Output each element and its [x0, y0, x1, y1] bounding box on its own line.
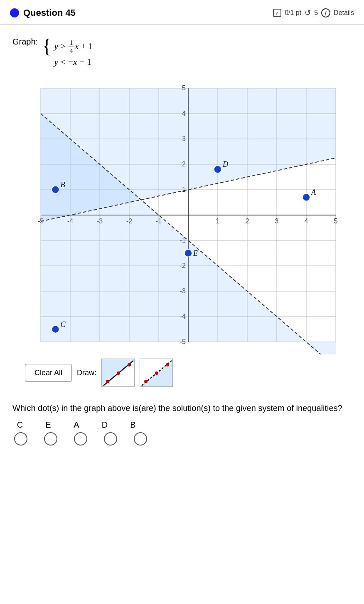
draw-option-2[interactable]	[140, 359, 173, 387]
question-text: Which dot(s) in the graph above is(are) …	[0, 394, 364, 420]
answer-label-a: A	[71, 420, 82, 430]
header-right: ✓ 0/1 pt ↺ 5 i Details	[273, 8, 354, 17]
draw-option-1[interactable]	[101, 359, 135, 387]
system-of-equations: { y > 14x + 1 y < −x − 1	[42, 39, 93, 67]
retries-label: 5	[314, 9, 318, 17]
graph-canvas[interactable]	[16, 76, 348, 354]
answer-label-e: E	[42, 420, 54, 430]
answer-circle-a[interactable]	[74, 432, 87, 446]
details-label: Details	[334, 9, 354, 17]
clear-all-button[interactable]: Clear All	[25, 364, 72, 382]
problem-section: Graph: { y > 14x + 1 y < −x − 1	[0, 25, 364, 72]
answer-circle-d[interactable]	[104, 432, 117, 446]
answer-section: C E A D B	[0, 420, 364, 458]
question-header: Question 45 ✓ 0/1 pt ↺ 5 i Details	[0, 0, 364, 25]
page: Question 45 ✓ 0/1 pt ↺ 5 i Details Graph…	[0, 0, 364, 604]
controls-row: Clear All Draw:	[12, 354, 364, 394]
question-title: Question 45	[23, 7, 76, 18]
answer-label-d: D	[99, 420, 111, 430]
info-icon[interactable]: i	[321, 8, 330, 17]
header-left: Question 45	[10, 7, 76, 18]
answer-label-b: B	[127, 420, 139, 430]
answer-circle-b[interactable]	[134, 432, 147, 446]
question-body: Which dot(s) in the graph above is(are) …	[12, 403, 342, 413]
graph-label: Graph:	[12, 37, 38, 47]
answer-circle-e[interactable]	[44, 432, 57, 446]
question-indicator-icon	[10, 8, 19, 17]
equations-list: y > 14x + 1 y < −x − 1	[54, 39, 93, 67]
brace-symbol: {	[42, 36, 52, 56]
answer-label-c: C	[14, 420, 26, 430]
draw-label: Draw:	[77, 369, 96, 377]
fraction-1-4: 14	[69, 39, 74, 55]
check-icon: ✓	[273, 9, 281, 17]
equation-2: y < −x − 1	[54, 57, 93, 67]
retry-icon: ↺	[305, 8, 311, 17]
equation-1: y > 14x + 1	[54, 39, 93, 55]
answer-labels-row: C E A D B	[14, 420, 352, 430]
answer-circle-c[interactable]	[14, 432, 27, 446]
graph-container	[16, 76, 348, 354]
score-label: 0/1 pt	[285, 9, 301, 17]
answer-circles-row	[14, 432, 352, 446]
